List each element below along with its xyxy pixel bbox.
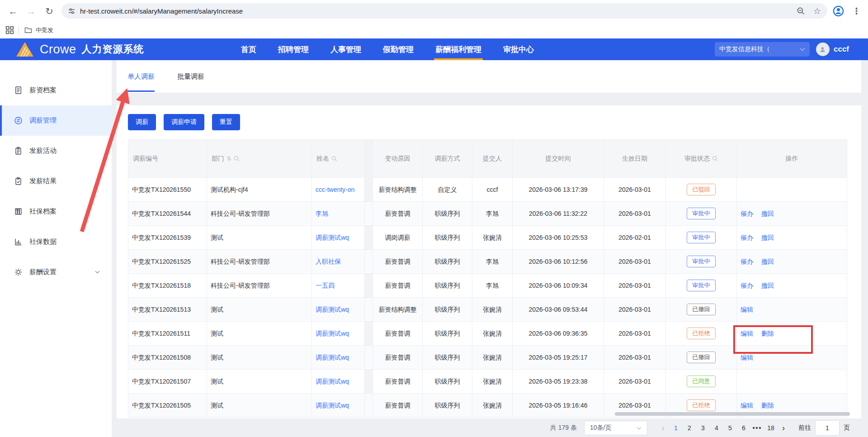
cell-actions: 催办撤回 <box>737 274 847 298</box>
table-header-7: 生效日期 <box>604 140 666 178</box>
column-label: 调薪方式 <box>435 155 460 163</box>
cell-actions: 编辑 <box>737 346 847 370</box>
table-row: 中竞发TX120261511测试调薪测试wq薪资普调职级序列张婉清2026-03… <box>128 322 847 346</box>
cell-department: 测试 <box>207 394 312 418</box>
action-link[interactable]: 撤回 <box>761 258 774 265</box>
employee-name-link[interactable]: 一五四 <box>316 282 335 289</box>
prev-page-icon[interactable]: ‹ <box>657 423 669 433</box>
nav-item-0[interactable]: 首页 <box>240 38 258 60</box>
browser-back-icon[interactable]: ← <box>7 6 19 16</box>
company-select[interactable]: 中竞发信息科技（ <box>715 42 810 57</box>
page-number-3[interactable]: 3 <box>696 422 710 434</box>
page-number-6[interactable]: 6 <box>737 422 750 434</box>
table-header-spacer <box>365 140 373 178</box>
browser-forward-icon[interactable]: → <box>25 6 37 16</box>
cell-spacer <box>365 226 373 250</box>
horizontal-scrollbar[interactable] <box>615 412 850 416</box>
employee-name-link[interactable]: 调薪测试wq <box>316 330 349 337</box>
next-page-icon[interactable]: › <box>778 423 789 433</box>
employee-name-link[interactable]: 入职社保 <box>316 258 341 265</box>
cell-change-reason: 薪资普调 <box>373 394 423 418</box>
search-icon[interactable] <box>712 156 718 162</box>
sidebar-item-6[interactable]: 薪酬设置 <box>0 257 112 287</box>
search-icon-wrap[interactable] <box>234 156 240 162</box>
nav-item-1[interactable]: 招聘管理 <box>277 38 310 60</box>
user-chip[interactable]: cccf <box>816 43 849 56</box>
nav-item-3[interactable]: 假勤管理 <box>382 38 415 60</box>
employee-name-link[interactable]: 调薪测试wq <box>316 378 349 385</box>
pagination-more-icon[interactable]: ••• <box>750 422 764 434</box>
employee-name-link[interactable]: 调薪测试wq <box>316 402 349 409</box>
page-number-18[interactable]: 18 <box>764 422 778 434</box>
bookmark-star-icon[interactable]: ☆ <box>813 6 821 16</box>
employee-name-link[interactable]: 李旭 <box>316 210 328 217</box>
header-right: 中竞发信息科技（ cccf <box>715 42 868 57</box>
nav-item-2[interactable]: 人事管理 <box>329 38 363 60</box>
url-bar[interactable]: hr-test.croweit.cn/#/salaryManagement/sa… <box>61 3 827 19</box>
table-header-5: 提交人 <box>472 140 513 178</box>
action-link[interactable]: 催办 <box>741 258 753 265</box>
page-number-2[interactable]: 2 <box>683 422 696 434</box>
toolbar-button-0[interactable]: 调薪 <box>128 114 156 130</box>
product-name: 人力资源系统 <box>82 43 144 56</box>
cell-method: 职级序列 <box>423 394 472 418</box>
cell-name: 调薪测试wq <box>312 322 365 346</box>
employee-name-link[interactable]: 调薪测试wq <box>316 234 349 241</box>
table-header-inner: 提交时间 <box>546 155 571 163</box>
search-icon-wrap[interactable] <box>712 156 718 162</box>
search-icon[interactable] <box>234 156 240 162</box>
table-row: 中竞发TX120261507测试调薪测试wq薪资普调职级序列张婉清2026-03… <box>128 370 847 394</box>
action-link[interactable]: 催办 <box>741 234 753 241</box>
page-number-1[interactable]: 1 <box>669 422 683 434</box>
profile-icon[interactable] <box>833 5 844 17</box>
cell-status: 审批中 <box>666 226 737 250</box>
cell-name: 调薪测试wq <box>312 346 365 370</box>
sidebar-item-5[interactable]: 社保数据 <box>0 227 112 257</box>
sidebar-item-0[interactable]: 薪资档案 <box>0 75 112 105</box>
employee-name-link[interactable]: ccc-twenty-on <box>316 186 354 193</box>
tab-single-adjust[interactable]: 单人调薪 <box>127 60 155 93</box>
sidebar-item-4[interactable]: 社保档案 <box>0 196 112 227</box>
nav-item-4[interactable]: 薪酬福利管理 <box>434 38 483 60</box>
status-badge: 已撤回 <box>687 352 716 363</box>
browser-menu-icon[interactable]: ⋮ <box>852 6 861 16</box>
browser-reload-icon[interactable]: ↻ <box>43 6 55 16</box>
bookmark-folder[interactable]: 中竞发 <box>24 26 53 34</box>
search-icon-wrap[interactable] <box>331 156 337 162</box>
page-number-5[interactable]: 5 <box>723 422 737 434</box>
action-link[interactable]: 编辑 <box>741 330 753 337</box>
cell-name: 调薪测试wq <box>312 394 365 418</box>
nav-item-5[interactable]: 审批中心 <box>502 38 535 60</box>
sidebar-item-3[interactable]: 发薪结果 <box>0 166 112 196</box>
site-info-icon[interactable] <box>68 7 75 15</box>
search-icon[interactable] <box>331 156 337 162</box>
employee-name-link[interactable]: 调薪测试wq <box>316 306 349 313</box>
zoom-out-icon[interactable] <box>797 7 805 15</box>
action-link[interactable]: 删除 <box>761 330 774 337</box>
sidebar-item-1[interactable]: 调薪管理 <box>0 105 112 136</box>
toolbar-button-1[interactable]: 调薪申请 <box>164 114 204 130</box>
goto-page-input[interactable] <box>815 420 840 436</box>
cell-submitted-at: 2026-03-06 13:17:39 <box>513 178 604 202</box>
sidebar-item-label: 薪资档案 <box>29 86 57 95</box>
action-link[interactable]: 撤回 <box>761 282 774 289</box>
employee-name-link[interactable]: 调薪测试wq <box>316 354 349 361</box>
action-link[interactable]: 编辑 <box>741 354 753 361</box>
action-link[interactable]: 撤回 <box>761 234 774 241</box>
app-logo[interactable]: Crowe 人力资源系统 <box>0 42 181 57</box>
url-text[interactable]: hr-test.croweit.cn/#/salaryManagement/sa… <box>80 7 791 15</box>
toolbar-button-2[interactable]: 重置 <box>212 114 240 130</box>
action-link[interactable]: 催办 <box>741 210 753 217</box>
folder-icon <box>24 27 32 33</box>
action-link[interactable]: 撤回 <box>761 210 774 217</box>
tab-batch-adjust[interactable]: 批量调薪 <box>177 60 204 93</box>
action-link[interactable]: 催办 <box>741 282 753 289</box>
page-size-select[interactable]: 10条/页 <box>584 421 647 435</box>
apps-grid-icon[interactable] <box>5 26 14 34</box>
action-link[interactable]: 编辑 <box>741 306 753 313</box>
action-link[interactable]: 删除 <box>761 402 774 409</box>
sidebar-item-2[interactable]: 发薪活动 <box>0 136 112 166</box>
sort-icon[interactable]: ⇅ <box>226 155 231 162</box>
page-number-4[interactable]: 4 <box>710 422 723 434</box>
action-link[interactable]: 编辑 <box>741 402 753 409</box>
